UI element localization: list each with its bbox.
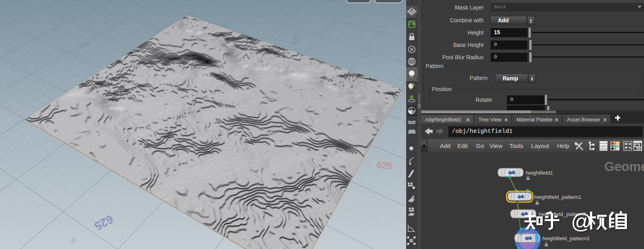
svg-text:@: @ [571,210,592,233]
svg-text:12: 12 [409,207,414,212]
svg-text:heightfield1: heightfield1 [526,170,553,176]
svg-text:12: 12 [407,182,413,187]
svg-text:heightfield_pattern3: heightfield_pattern3 [542,235,590,241]
svg-text:heightfield_pattern1: heightfield_pattern1 [534,194,582,200]
